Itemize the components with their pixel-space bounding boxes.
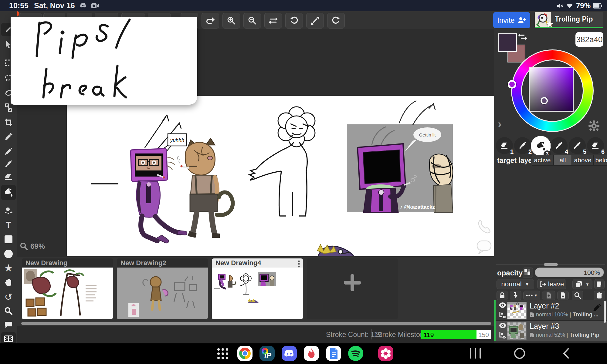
target-option-active[interactable]: active — [531, 155, 554, 165]
crop-icon — [5, 118, 12, 126]
brush-slot-1[interactable]: 1 — [496, 137, 513, 154]
add-board-tile[interactable] — [307, 258, 398, 319]
more-options-button[interactable]: ▼ — [523, 291, 540, 300]
merge-down-button[interactable] — [510, 291, 521, 300]
import-image-button[interactable] — [542, 291, 555, 300]
brush-slot-6[interactable]: 6 — [587, 137, 604, 154]
tinder-app-icon[interactable] — [304, 346, 319, 361]
brush-slot-2[interactable]: 2 — [514, 137, 531, 154]
chevron-down-icon: ▼ — [525, 281, 530, 287]
user-name: Trolling Pip — [555, 15, 593, 23]
chevron-down-icon: ▼ — [534, 293, 538, 298]
target-option-all[interactable]: all — [554, 155, 572, 165]
tool-undo[interactable]: ↺ — [1, 290, 16, 304]
voice-call-icon[interactable] — [479, 220, 490, 233]
collapse-chevron-icon[interactable]: › — [498, 118, 502, 131]
brush-slot-3-selected[interactable]: 3 — [531, 136, 551, 156]
home-button[interactable] — [514, 348, 525, 359]
sv-selector[interactable] — [541, 97, 548, 104]
tool-magic-select[interactable] — [1, 204, 16, 217]
speech-text-yuhhh: yuhhh — [170, 137, 184, 143]
brush-slot-4[interactable]: 4 — [551, 137, 568, 154]
rotate-cw-button[interactable] — [327, 13, 345, 29]
tool-text[interactable]: T — [1, 218, 16, 231]
board-tile-3-selected[interactable]: New Drawing4 — [212, 258, 303, 319]
board-thumbnail — [117, 268, 208, 319]
ibispaint-app-icon[interactable]: iP — [259, 346, 275, 361]
tool-chat[interactable] — [1, 318, 16, 332]
tool-ellipse[interactable] — [1, 247, 16, 261]
layer-user-visibility-icon[interactable] — [499, 332, 507, 339]
tool-star[interactable]: ★ — [1, 261, 16, 275]
back-button[interactable] — [562, 348, 569, 359]
panel-resize-handle[interactable] — [544, 263, 558, 266]
board-tile-2[interactable]: New Drawing2 — [117, 258, 208, 319]
tool-fill-bucket[interactable] — [1, 185, 16, 200]
user-chip[interactable]: ★ Trolling Pip — [535, 12, 603, 28]
magnifier-icon — [574, 292, 581, 299]
target-option-below[interactable]: below — [594, 155, 607, 165]
resize-button[interactable] — [306, 13, 324, 29]
search-layers-button[interactable] — [572, 291, 583, 300]
rotate-ccw-button[interactable] — [285, 13, 303, 29]
primary-color-swatch[interactable] — [498, 33, 517, 52]
tool-rectangle[interactable] — [1, 233, 16, 246]
board-menu-kebab-icon[interactable] — [298, 260, 300, 268]
layer-user-visibility-icon[interactable] — [499, 311, 507, 318]
gallery-app-icon[interactable] — [378, 346, 393, 361]
delete-layer-button[interactable] — [594, 291, 605, 300]
zoom-in-button[interactable] — [222, 13, 240, 29]
chevron-down-icon: ▼ — [585, 282, 589, 287]
export-image-button[interactable] — [557, 291, 569, 300]
target-option-above[interactable]: above — [572, 155, 594, 165]
saturation-value-square[interactable] — [529, 67, 574, 112]
tool-eyedropper[interactable] — [1, 130, 16, 143]
floating-note-overlay — [11, 17, 197, 105]
settings-gear-icon[interactable] — [588, 120, 600, 132]
recents-button[interactable] — [470, 348, 481, 359]
resize-diagonal-icon — [311, 16, 319, 25]
hue-selector[interactable] — [508, 80, 516, 89]
boards-scrollbar[interactable] — [21, 322, 491, 325]
google-docs-app-icon[interactable] — [326, 346, 341, 361]
hex-color-value[interactable]: 382a40 — [575, 32, 603, 47]
tool-eraser[interactable] — [1, 170, 16, 184]
layer-visibility-eye-icon[interactable] — [499, 302, 507, 308]
comments-icon[interactable] — [477, 241, 491, 254]
chrome-app-icon[interactable] — [237, 346, 253, 361]
redo-icon — [206, 17, 215, 25]
drawing-canvas[interactable]: yuhhh — [67, 96, 494, 256]
date: Sat, Nov 16 — [34, 1, 75, 10]
zoom-out-button[interactable] — [243, 13, 261, 29]
opacity-value: 100% — [584, 269, 600, 276]
layer-visibility-eye-icon[interactable] — [499, 322, 507, 329]
tool-brush[interactable] — [1, 157, 16, 171]
duplicate-layer-button[interactable]: ▼ — [572, 279, 592, 289]
alpha-lock-button[interactable] — [523, 268, 533, 278]
swap-colors-icon[interactable] — [518, 32, 527, 41]
tool-crop[interactable] — [1, 116, 16, 129]
layer-row-2[interactable]: Layer #2 normal 100% | Trolling ... — [496, 300, 607, 321]
leave-button[interactable]: leave — [537, 279, 566, 289]
discord-app-icon[interactable] — [282, 346, 297, 361]
watermark-text: ♪ @kazattackz — [400, 204, 435, 210]
tool-zoom[interactable] — [1, 304, 16, 318]
blend-mode-dropdown[interactable]: normal▼ — [497, 279, 534, 289]
brush-slot-5[interactable]: 5 — [569, 137, 586, 154]
board-title: New Drawing4 — [212, 258, 303, 268]
board-tile-1[interactable]: New Drawing — [22, 258, 113, 319]
tool-pan-hand[interactable] — [1, 276, 16, 289]
lock-layer-button[interactable] — [497, 291, 508, 300]
redo-button[interactable] — [202, 13, 219, 29]
layer-edit-pencil-icon[interactable] — [592, 303, 601, 312]
layers-scrollbar[interactable] — [604, 301, 606, 323]
layer-row-3-selected[interactable]: Layer #3 normal 52% | Trolling Pip — [496, 321, 607, 341]
tool-pencil[interactable] — [1, 145, 16, 158]
flip-swap-button[interactable] — [264, 13, 282, 29]
eyedropper-icon — [5, 133, 12, 141]
add-layer-button[interactable] — [594, 279, 605, 289]
invite-button[interactable]: Invite — [493, 12, 530, 28]
opacity-slider[interactable]: 100% — [535, 268, 604, 277]
spotify-app-icon[interactable] — [348, 346, 363, 361]
app-drawer-icon[interactable] — [216, 347, 229, 360]
